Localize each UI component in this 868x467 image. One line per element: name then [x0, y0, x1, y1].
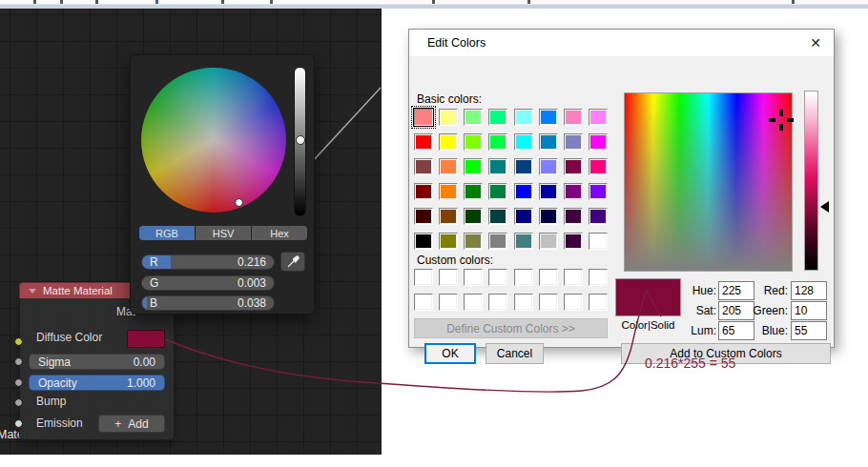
- g-slider[interactable]: G 0.003: [141, 275, 275, 291]
- green-field[interactable]: [791, 301, 827, 320]
- r-slider[interactable]: R 0.216: [141, 254, 275, 270]
- basic-color-swatch[interactable]: [514, 233, 533, 250]
- custom-color-swatch[interactable]: [564, 269, 583, 286]
- custom-color-swatch[interactable]: [414, 269, 433, 286]
- basic-color-swatch[interactable]: [464, 183, 483, 200]
- luminance-bar[interactable]: [804, 91, 818, 271]
- basic-color-swatch[interactable]: [488, 133, 507, 151]
- basic-color-swatch[interactable]: [589, 109, 608, 126]
- basic-color-swatch[interactable]: [439, 183, 458, 200]
- hue-saturation-field[interactable]: [624, 92, 793, 272]
- basic-color-swatch[interactable]: [589, 233, 608, 250]
- basic-color-swatch[interactable]: [589, 158, 608, 175]
- basic-color-swatch[interactable]: [439, 158, 458, 175]
- basic-color-swatch[interactable]: [539, 183, 558, 200]
- luminance-arrow-marker[interactable]: [820, 201, 829, 213]
- custom-color-swatch[interactable]: [589, 269, 608, 286]
- basic-color-swatch[interactable]: [564, 233, 583, 250]
- eyedropper-button[interactable]: [280, 252, 305, 272]
- color-picker-popup: RGB HSV Hex R 0.216 G 0.003 B 0.038: [130, 54, 315, 315]
- collapse-triangle-icon[interactable]: [29, 289, 36, 294]
- basic-color-swatch[interactable]: [464, 109, 483, 126]
- basic-color-swatch[interactable]: [589, 183, 608, 200]
- basic-color-swatch[interactable]: [539, 233, 558, 250]
- basic-color-swatch[interactable]: [539, 133, 558, 151]
- basic-color-swatch[interactable]: [488, 109, 507, 126]
- basic-color-swatch[interactable]: [564, 208, 583, 225]
- basic-color-swatch[interactable]: [539, 109, 558, 126]
- basic-color-swatch[interactable]: [564, 158, 583, 175]
- value-slider-handle[interactable]: [296, 135, 305, 145]
- basic-color-swatch[interactable]: [514, 183, 533, 200]
- custom-color-swatch[interactable]: [414, 294, 433, 311]
- basic-color-swatch[interactable]: [414, 233, 433, 250]
- basic-color-swatch[interactable]: [488, 158, 507, 175]
- tab-hex[interactable]: Hex: [252, 226, 307, 240]
- define-custom-colors-button[interactable]: Define Custom Colors >>: [414, 318, 608, 338]
- basic-color-swatch[interactable]: [514, 109, 533, 126]
- custom-color-swatch[interactable]: [514, 269, 533, 286]
- browser-strip-tick: [432, 0, 435, 4]
- basic-color-swatch[interactable]: [439, 233, 458, 250]
- custom-color-swatch[interactable]: [539, 294, 558, 311]
- custom-color-swatch[interactable]: [464, 294, 483, 311]
- sigma-socket[interactable]: [14, 357, 23, 366]
- blue-field[interactable]: [791, 321, 827, 340]
- custom-color-swatch[interactable]: [464, 269, 483, 286]
- basic-color-swatch[interactable]: [414, 183, 433, 200]
- basic-color-swatch[interactable]: [539, 158, 558, 175]
- hsv-color-wheel[interactable]: [141, 68, 286, 213]
- basic-color-swatch[interactable]: [488, 233, 507, 250]
- crosshair-icon: [787, 118, 794, 122]
- emission-add-button[interactable]: + Add: [98, 415, 165, 433]
- b-slider[interactable]: B 0.038: [141, 295, 275, 311]
- red-field[interactable]: [791, 281, 827, 300]
- basic-color-swatch[interactable]: [414, 133, 433, 151]
- dialog-titlebar[interactable]: Edit Colors ✕: [409, 30, 834, 56]
- basic-color-swatch[interactable]: [439, 208, 458, 225]
- basic-color-swatch[interactable]: [464, 208, 483, 225]
- cancel-button[interactable]: Cancel: [486, 343, 544, 364]
- basic-color-swatch[interactable]: [439, 133, 458, 151]
- custom-color-swatch[interactable]: [589, 294, 608, 311]
- basic-color-swatch[interactable]: [439, 109, 458, 126]
- dialog-title: Edit Colors: [427, 36, 486, 50]
- ok-button[interactable]: OK: [424, 343, 476, 364]
- basic-color-swatch[interactable]: [514, 133, 533, 151]
- basic-color-swatch[interactable]: [589, 133, 608, 151]
- diffuse-color-socket[interactable]: [14, 337, 23, 346]
- tab-rgb[interactable]: RGB: [139, 226, 195, 240]
- emission-socket[interactable]: [14, 419, 23, 428]
- basic-color-swatch[interactable]: [564, 133, 583, 151]
- basic-color-swatch[interactable]: [488, 208, 507, 225]
- sigma-slider[interactable]: Sigma 0.00: [29, 354, 165, 370]
- custom-color-swatch[interactable]: [539, 269, 558, 286]
- basic-color-swatch[interactable]: [464, 133, 483, 151]
- basic-color-swatch[interactable]: [514, 158, 533, 175]
- close-icon[interactable]: ✕: [806, 34, 825, 51]
- custom-color-swatch[interactable]: [564, 294, 583, 311]
- diffuse-color-swatch[interactable]: [127, 330, 165, 348]
- custom-color-swatch[interactable]: [439, 269, 458, 286]
- custom-color-swatch[interactable]: [488, 269, 507, 286]
- basic-color-swatch[interactable]: [514, 208, 533, 225]
- basic-color-swatch[interactable]: [564, 183, 583, 200]
- basic-color-swatch[interactable]: [488, 183, 507, 200]
- tab-hsv[interactable]: HSV: [196, 226, 251, 240]
- basic-color-swatch[interactable]: [414, 109, 433, 126]
- custom-color-swatch[interactable]: [488, 294, 507, 311]
- basic-color-swatch[interactable]: [464, 158, 483, 175]
- basic-color-swatch[interactable]: [539, 208, 558, 225]
- wheel-cursor-dot[interactable]: [235, 198, 243, 207]
- basic-color-swatch[interactable]: [414, 208, 433, 225]
- bump-socket[interactable]: [14, 398, 23, 407]
- custom-color-swatch[interactable]: [514, 294, 533, 311]
- basic-color-swatch[interactable]: [464, 233, 483, 250]
- node-title: Matte Material: [43, 285, 113, 296]
- custom-color-swatch[interactable]: [439, 294, 458, 311]
- opacity-socket[interactable]: [14, 378, 23, 387]
- basic-color-swatch[interactable]: [589, 208, 608, 225]
- opacity-slider[interactable]: Opacity 1.000: [29, 375, 165, 391]
- basic-color-swatch[interactable]: [414, 158, 433, 175]
- basic-color-swatch[interactable]: [564, 109, 583, 126]
